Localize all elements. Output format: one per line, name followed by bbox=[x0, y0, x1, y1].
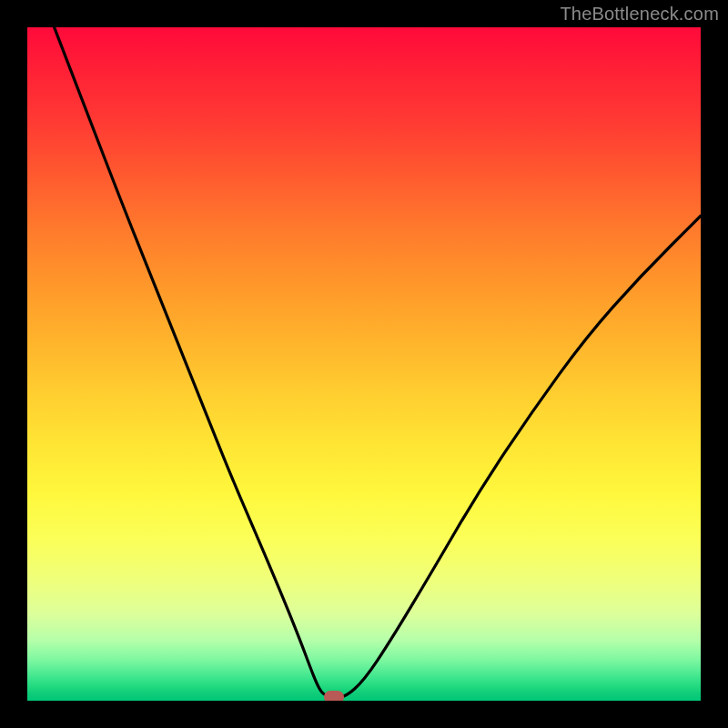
minimum-marker bbox=[324, 691, 344, 701]
chart-frame: TheBottleneck.com bbox=[0, 0, 728, 728]
watermark-text: TheBottleneck.com bbox=[560, 4, 719, 25]
bottleneck-curve bbox=[55, 27, 701, 697]
curve-svg bbox=[27, 27, 701, 701]
plot-area bbox=[27, 27, 701, 701]
